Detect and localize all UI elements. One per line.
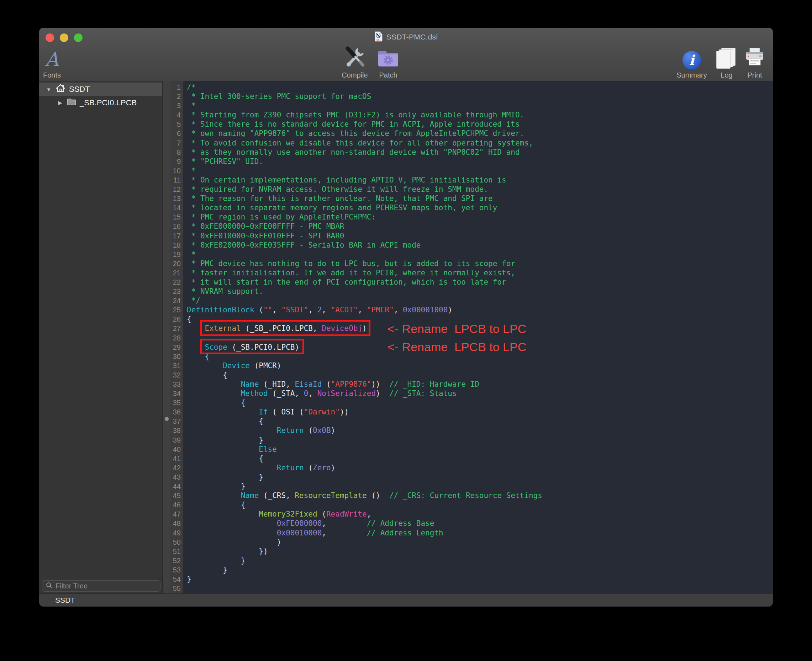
code-line[interactable]: 0xFE000000, // Address Base bbox=[183, 519, 773, 528]
code-line[interactable]: * 0xFE010000~0xFE010FFF - SPI BAR0 bbox=[183, 231, 773, 241]
code-line[interactable]: * To avoid confusion we disable this dev… bbox=[183, 138, 773, 148]
home-icon bbox=[56, 84, 66, 95]
code-line[interactable]: * 0xFE000000~0xFE00FFFF - PMC MBAR bbox=[183, 222, 773, 231]
log-button[interactable]: Log bbox=[716, 43, 738, 79]
code-line[interactable]: Name (_CRS, ResourceTemplate () // _CRS:… bbox=[183, 491, 773, 500]
line-28-marker-dot[interactable] bbox=[165, 417, 169, 421]
code-line[interactable]: Else bbox=[183, 445, 773, 454]
code-line[interactable]: If (_OSI ("Darwin")) bbox=[183, 407, 773, 417]
code-editor[interactable]: /* * Intel 300-series PMC support for ma… bbox=[183, 81, 773, 593]
code-line[interactable]: /* bbox=[183, 83, 773, 92]
code-line[interactable]: ) bbox=[183, 538, 773, 547]
code-line[interactable]: } bbox=[183, 556, 773, 565]
print-button[interactable]: Print bbox=[742, 43, 767, 79]
patch-button[interactable]: Patch bbox=[376, 43, 401, 79]
code-line[interactable]: } bbox=[183, 482, 773, 491]
line-number: 36 bbox=[171, 407, 183, 417]
line-number: 11 bbox=[171, 176, 183, 185]
code-line[interactable]: * it will start in the end of PCI config… bbox=[183, 278, 773, 287]
line-number: 20 bbox=[171, 259, 183, 268]
code-line[interactable]: { bbox=[183, 398, 773, 407]
code-line[interactable]: } bbox=[183, 565, 773, 575]
line-number: 44 bbox=[171, 482, 183, 491]
code-line[interactable]: Return (Zero) bbox=[183, 463, 773, 473]
search-icon bbox=[46, 582, 53, 590]
line-number: 32 bbox=[171, 370, 183, 380]
title-bar: DSL SSDT-PMC.dsl bbox=[39, 30, 773, 43]
line-number: 17 bbox=[171, 231, 183, 241]
tree-item-sb-pci0-lpcb[interactable]: ▶ _SB.PCI0.LPCB bbox=[39, 96, 162, 110]
line-number: 49 bbox=[171, 528, 183, 538]
tree-item-ssdt[interactable]: ▼ SSDT bbox=[39, 83, 162, 96]
line-number: 54 bbox=[171, 575, 183, 584]
code-line[interactable]: * bbox=[183, 101, 773, 110]
line-number: 45 bbox=[171, 491, 183, 500]
line-number: 12 bbox=[171, 185, 183, 194]
code-line[interactable]: } bbox=[183, 436, 773, 445]
line-number: 4 bbox=[171, 110, 183, 120]
line-number: 25 bbox=[171, 305, 183, 315]
code-line[interactable]: * 0xFE020000~0xFE035FFF - SerialIo BAR i… bbox=[183, 241, 773, 250]
code-line[interactable]: * Intel 300-series PMC support for macOS bbox=[183, 92, 773, 101]
code-line[interactable]: 0x00010000, // Address Length bbox=[183, 528, 773, 538]
code-line[interactable]: Return (0x0B) bbox=[183, 426, 773, 435]
fonts-button[interactable]: A Fonts bbox=[41, 43, 63, 79]
code-line[interactable]: */ bbox=[183, 296, 773, 305]
code-line[interactable]: * faster initialisation. If we add it to… bbox=[183, 268, 773, 278]
code-line[interactable]: } bbox=[183, 473, 773, 482]
code-line[interactable]: * On certain implementations, including … bbox=[183, 176, 773, 185]
code-line[interactable] bbox=[183, 584, 773, 593]
line-number: 1 bbox=[171, 83, 183, 92]
line-number: 53 bbox=[171, 565, 183, 575]
line-number: 22 bbox=[171, 278, 183, 287]
compile-tools-icon bbox=[343, 45, 366, 69]
code-line[interactable]: { bbox=[183, 500, 773, 509]
code-line[interactable]: Memory32Fixed (ReadWrite, bbox=[183, 509, 773, 519]
code-line[interactable]: * located in separate memory regions and… bbox=[183, 203, 773, 212]
line-number: 19 bbox=[171, 250, 183, 259]
code-line[interactable]: * as they normally use another non-stand… bbox=[183, 148, 773, 157]
code-lines: /* * Intel 300-series PMC support for ma… bbox=[183, 83, 773, 593]
code-line[interactable]: { bbox=[183, 370, 773, 380]
code-line[interactable]: { bbox=[183, 417, 773, 426]
line-numbers: 1234567891011121314151617181920212223242… bbox=[171, 81, 183, 593]
line-number: 21 bbox=[171, 268, 183, 278]
line-number: 31 bbox=[171, 361, 183, 370]
code-line[interactable]: * Since there is no standard device for … bbox=[183, 120, 773, 129]
line-number: 9 bbox=[171, 157, 183, 166]
code-line[interactable]: { bbox=[183, 454, 773, 463]
disclosure-right-icon[interactable]: ▶ bbox=[57, 100, 63, 106]
filter-tree-input[interactable] bbox=[56, 582, 157, 590]
line-number: 43 bbox=[171, 473, 183, 482]
line-number: 40 bbox=[171, 445, 183, 454]
code-line[interactable]: * NVRAM support. bbox=[183, 287, 773, 296]
code-line[interactable]: * PMC region is used by AppleIntelPCHPMC… bbox=[183, 212, 773, 222]
line-number: 51 bbox=[171, 547, 183, 556]
line-number: 55 bbox=[171, 584, 183, 593]
printer-icon bbox=[744, 47, 765, 69]
code-line[interactable]: * bbox=[183, 166, 773, 176]
code-line[interactable]: Device (PMCR) bbox=[183, 361, 773, 370]
code-line[interactable]: } bbox=[183, 575, 773, 584]
code-line[interactable]: Method (_STA, 0, NotSerialized) // _STA:… bbox=[183, 389, 773, 398]
code-line[interactable]: * PMC device has nothing to do to LPC bu… bbox=[183, 259, 773, 268]
line-number: 39 bbox=[171, 436, 183, 445]
marker-gutter bbox=[163, 81, 171, 593]
tree-item-label: _SB.PCI0.LPCB bbox=[80, 98, 137, 107]
main-content: ▼ SSDT ▶ bbox=[39, 81, 773, 593]
code-line[interactable]: * Starting from Z390 chipsets PMC (D31:F… bbox=[183, 110, 773, 120]
compile-button[interactable]: Compile bbox=[338, 43, 371, 79]
code-line[interactable]: * own naming "APP9876" to access this de… bbox=[183, 129, 773, 138]
code-line[interactable]: * bbox=[183, 250, 773, 259]
code-line[interactable]: * required for NVRAM access. Otherwise i… bbox=[183, 185, 773, 194]
summary-button[interactable]: i Summary bbox=[672, 43, 712, 79]
line-number: 6 bbox=[171, 129, 183, 138]
disclosure-down-icon[interactable]: ▼ bbox=[46, 86, 52, 93]
code-line[interactable]: * "PCHRESV" UID. bbox=[183, 157, 773, 166]
rename-annotation-1: <- Rename LPCB to LPC bbox=[387, 322, 526, 336]
code-line[interactable]: * The reason for this is rather unclear.… bbox=[183, 194, 773, 203]
code-line[interactable]: }) bbox=[183, 547, 773, 556]
code-line[interactable]: Name (_HID, EisaId ("APP9876")) // _HID:… bbox=[183, 380, 773, 389]
code-line[interactable]: DefinitionBlock ("", "SSDT", 2, "ACDT", … bbox=[183, 305, 773, 315]
line-number: 52 bbox=[171, 556, 183, 565]
